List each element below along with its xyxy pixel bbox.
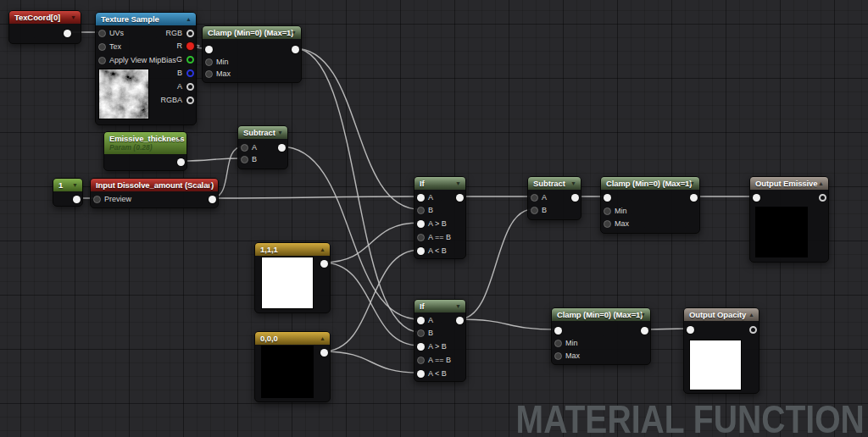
node-header[interactable]: Clamp (Min=0) (Max=1)▼ [203, 26, 301, 39]
clamp3-in-in[interactable] [554, 327, 562, 335]
wire-emissive-thickness-out--subtract1-B[interactable] [180, 158, 243, 161]
clamp3-out-out[interactable] [641, 327, 648, 335]
node-header[interactable]: Subtract▼ [528, 177, 581, 190]
subtract1-in-a[interactable] [241, 144, 248, 152]
node-subtract1[interactable]: Subtract▼AB [237, 125, 288, 169]
clamp1-in-max[interactable] [205, 70, 213, 78]
node-header[interactable]: TexCoord[0]▼ [9, 11, 81, 24]
node-header[interactable]: Output Emissive▲ [750, 177, 828, 190]
if2-in-ab[interactable] [417, 370, 425, 378]
wire-if2-out--subtract2-B[interactable] [459, 209, 533, 319]
dropdown-arrow-icon[interactable]: ▼ [455, 300, 461, 313]
subtract1-out-out[interactable] [278, 144, 286, 152]
clamp2-in-min[interactable] [604, 207, 611, 215]
node-texsample[interactable]: Texture Sample▲UVsTexApply View MipBiasR… [95, 12, 197, 125]
if1-in-ab[interactable] [417, 220, 425, 228]
node-header[interactable]: Texture Sample▲ [96, 13, 196, 25]
dropdown-arrow-icon[interactable]: ▼ [70, 11, 76, 24]
texsample-out-rgba[interactable] [186, 97, 194, 104]
dropdown-arrow-icon[interactable]: ▼ [455, 177, 461, 190]
dropdown-arrow-icon[interactable]: ▼ [72, 179, 78, 191]
collapse-arrow-icon[interactable]: ▲ [186, 13, 192, 25]
node-header[interactable]: Subtract▼ [238, 126, 287, 139]
texsample-out-a[interactable] [186, 83, 194, 91]
collapse-arrow-icon[interactable]: ▲ [320, 243, 326, 256]
texsample-in-tex[interactable] [98, 43, 106, 51]
const000-out-out[interactable] [320, 349, 328, 357]
node-header[interactable]: If▼ [415, 177, 465, 190]
if1-in-ab[interactable] [417, 234, 425, 241]
node-output_opacity[interactable]: Output Opacity▲ [683, 307, 760, 394]
node-if1[interactable]: If▼ABA > BA == BA < B [414, 176, 466, 259]
dropdown-arrow-icon[interactable]: ▼ [277, 126, 283, 139]
node-if2[interactable]: If▼ABA > BA == BA < B [414, 299, 466, 382]
node-texcoord[interactable]: TexCoord[0]▼ [8, 10, 81, 44]
dissolve_amount-in-preview[interactable] [93, 196, 101, 203]
if1-in-a[interactable] [417, 194, 425, 202]
output_opacity-out-out[interactable] [749, 326, 757, 334]
if2-in-a[interactable] [417, 317, 425, 324]
dropdown-arrow-icon[interactable]: ▼ [176, 132, 182, 145]
if2-out-out[interactable] [456, 317, 464, 324]
clamp3-in-min[interactable] [554, 340, 562, 347]
dissolve_amount-out-out[interactable] [209, 196, 216, 203]
collapse-arrow-icon[interactable]: ▲ [748, 308, 754, 321]
subtract2-out-out[interactable] [571, 194, 579, 202]
node-emissive_thickness[interactable]: Emissive_thicknessParam (0.28)▼ [103, 131, 187, 171]
node-clamp1[interactable]: Clamp (Min=0) (Max=1)▼MinMax [202, 25, 302, 83]
texsample-in-uvs[interactable] [98, 30, 106, 37]
dropdown-arrow-icon[interactable]: ▼ [208, 179, 214, 191]
clamp3-in-max[interactable] [554, 352, 562, 360]
output_opacity-in-in[interactable] [687, 326, 694, 334]
node-one[interactable]: 1▼ [53, 178, 83, 207]
clamp2-out-out[interactable] [690, 194, 698, 202]
node-header[interactable]: 1▼ [53, 179, 82, 191]
node-header[interactable]: Output Opacity▲ [684, 308, 759, 321]
if1-in-ab[interactable] [417, 247, 425, 255]
subtract2-in-b[interactable] [531, 207, 538, 214]
node-clamp2[interactable]: Clamp (Min=0) (Max=1)▼MinMax [600, 176, 700, 234]
clamp1-in-min[interactable] [205, 58, 213, 66]
wire-clamp1-out--if1-B[interactable] [294, 48, 420, 209]
dropdown-arrow-icon[interactable]: ▼ [640, 308, 646, 321]
texsample-in-applyviewmipbias[interactable] [98, 57, 106, 64]
emissive_thickness-out-out[interactable] [177, 158, 185, 166]
node-header[interactable]: 1,1,1▲ [255, 243, 330, 256]
node-clamp3[interactable]: Clamp (Min=0) (Max=1)▼MinMax [551, 307, 651, 365]
dropdown-arrow-icon[interactable]: ▼ [570, 177, 576, 190]
wire-const111-out--if2-A-B[interactable] [323, 263, 420, 346]
output_emissive-in-in[interactable] [753, 194, 760, 202]
subtract1-in-b[interactable] [241, 156, 248, 163]
node-header[interactable]: Clamp (Min=0) (Max=1)▼ [601, 177, 699, 190]
wire-if2-out--clamp3-in[interactable] [459, 319, 557, 329]
node-const111[interactable]: 1,1,1▲ [254, 242, 331, 313]
if2-in-ab[interactable] [417, 343, 425, 351]
graph-canvas[interactable]: TexCoord[0]▼Texture Sample▲UVsTexApply V… [0, 0, 868, 437]
dropdown-arrow-icon[interactable]: ▼ [291, 26, 297, 39]
const111-out-out[interactable] [320, 260, 328, 268]
collapse-arrow-icon[interactable]: ▲ [320, 332, 326, 345]
clamp2-in-max[interactable] [604, 220, 611, 228]
node-header[interactable]: Emissive_thicknessParam (0.28)▼ [104, 132, 186, 154]
node-header[interactable]: 0,0,0▲ [255, 332, 330, 345]
node-subtract2[interactable]: Subtract▼AB [527, 176, 581, 220]
wire-dissolve-amount-out--if1-A[interactable] [211, 196, 420, 198]
wire-const000-out--if2-A-B[interactable] [323, 351, 420, 373]
subtract2-in-a[interactable] [531, 194, 538, 202]
node-header[interactable]: If▼ [415, 300, 465, 313]
texsample-out-g[interactable] [186, 56, 194, 64]
output_emissive-out-out[interactable] [819, 194, 826, 202]
clamp1-out-out[interactable] [292, 46, 299, 53]
node-const000[interactable]: 0,0,0▲ [254, 331, 331, 402]
one-out-out[interactable] [73, 196, 81, 203]
dropdown-arrow-icon[interactable]: ▼ [689, 177, 695, 190]
if2-in-b[interactable] [417, 329, 425, 337]
texcoord-out-out[interactable] [64, 30, 71, 37]
if1-in-b[interactable] [417, 207, 425, 214]
node-output_emissive[interactable]: Output Emissive▲ [749, 176, 829, 263]
texsample-out-b[interactable] [186, 69, 194, 77]
node-dissolve_amount[interactable]: Input Dissolve_amount (Scalar)▼Preview [90, 178, 219, 208]
collapse-arrow-icon[interactable]: ▲ [818, 177, 824, 190]
texsample-out-r[interactable] [186, 42, 194, 50]
node-header[interactable]: Input Dissolve_amount (Scalar)▼ [91, 179, 218, 191]
